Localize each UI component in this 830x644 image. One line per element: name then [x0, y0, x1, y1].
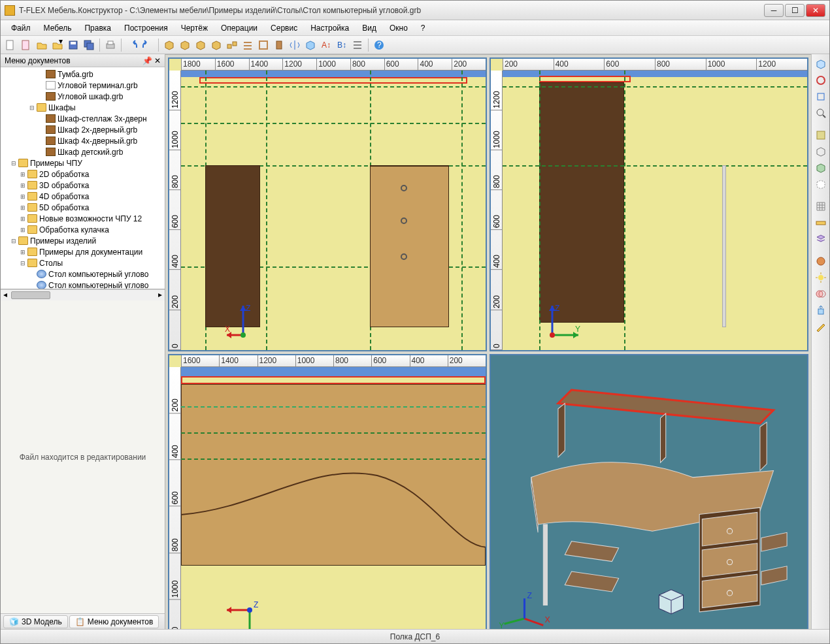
model-icon[interactable] — [303, 38, 318, 52]
grid-icon[interactable] — [814, 199, 828, 214]
mirror-icon[interactable] — [288, 38, 302, 52]
new-variant-icon[interactable] — [19, 38, 33, 52]
menu-service[interactable]: Сервис — [264, 22, 304, 34]
tree-node[interactable]: Стол компьютерный углово — [1, 268, 165, 280]
canvas-front[interactable]: Z X — [181, 71, 486, 350]
tree-node[interactable]: ⊟Примеры ЧПУ — [1, 157, 165, 169]
menu-settings[interactable]: Настройка — [304, 22, 356, 34]
redo-icon[interactable] — [141, 38, 155, 52]
extrude-icon[interactable] — [814, 303, 828, 317]
svg-rect-54 — [818, 93, 824, 100]
menu-help[interactable]: ? — [414, 22, 432, 34]
frame-icon[interactable] — [256, 38, 271, 52]
box4-icon[interactable] — [209, 38, 224, 52]
tab-doc-menu[interactable]: 📋 Меню документов — [69, 615, 159, 628]
right-toolbar — [811, 54, 829, 629]
assembly-icon[interactable] — [225, 38, 239, 52]
tree-node[interactable]: ⊞5D обработка — [1, 202, 165, 213]
tree-node[interactable]: ⊞Новые возможности ЧПУ 12 — [1, 213, 165, 224]
hidden-lines-icon[interactable] — [814, 177, 828, 191]
docs-panel-title: Меню документов — [5, 56, 71, 65]
tree-node[interactable]: ⊟Столы — [1, 257, 165, 268]
selected-shelf[interactable] — [539, 76, 631, 82]
save-all-icon[interactable] — [82, 38, 96, 52]
tree-node[interactable]: Шкаф-стеллаж 3х-дверн — [1, 113, 165, 124]
minimize-button[interactable]: ─ — [764, 4, 784, 17]
list-icon[interactable] — [350, 38, 365, 52]
params-icon[interactable]: B↕ — [335, 38, 349, 52]
menu-file[interactable]: Файл — [5, 22, 37, 34]
tree-node[interactable]: ⊞Обработка кулачка — [1, 224, 165, 235]
tree-node[interactable]: Шкаф 4х-дверный.grb — [1, 135, 165, 146]
menu-edit[interactable]: Правка — [78, 22, 118, 34]
new-doc-icon[interactable] — [3, 38, 18, 52]
zoom-fit-icon[interactable] — [814, 89, 828, 104]
file-icon — [46, 81, 56, 89]
boolean-icon[interactable] — [814, 287, 828, 301]
menu-drawing[interactable]: Чертёж — [174, 22, 214, 34]
menu-window[interactable]: Окно — [383, 22, 414, 34]
panel-pin-icon[interactable]: 📌 ✕ — [142, 56, 161, 65]
help-icon[interactable]: ? — [372, 38, 386, 52]
tree-node[interactable]: Стол компьютерный углово — [1, 280, 165, 289]
wireframe-icon[interactable] — [814, 144, 828, 159]
menu-operations[interactable]: Операции — [214, 22, 264, 34]
canvas-side[interactable]: Z Y — [503, 71, 807, 350]
svg-text:Z: Z — [555, 304, 559, 313]
tree-node[interactable]: ⊟Шкафы — [1, 102, 165, 113]
svg-rect-43 — [543, 524, 547, 605]
tree-node[interactable]: ⊟Примеры изделий — [1, 235, 165, 246]
view-rotate-icon[interactable] — [814, 73, 828, 88]
tree-node[interactable]: Тумба.grb — [1, 69, 165, 80]
menu-furniture[interactable]: Мебель — [37, 22, 78, 34]
svg-point-27 — [241, 332, 246, 338]
tab-3d-model[interactable]: 🧊 3D Модель — [3, 615, 68, 628]
selected-shelf[interactable] — [199, 77, 467, 84]
shaded-icon[interactable] — [814, 161, 828, 175]
open-icon[interactable] — [35, 38, 49, 52]
viewport-top[interactable]: 1600140012001000800600400200 20040060080… — [168, 354, 487, 629]
variables-icon[interactable]: A↕ — [319, 38, 333, 52]
layers-icon[interactable] — [814, 232, 828, 246]
folder-icon — [18, 236, 28, 245]
tree-node[interactable]: ⊞4D обработка — [1, 191, 165, 202]
view-iso-icon[interactable] — [814, 57, 828, 71]
tree-node[interactable]: ⊞Примеры для документации — [1, 246, 165, 257]
viewport-front[interactable]: 18001600140012001000800600400200 1200100… — [168, 57, 487, 351]
box3-icon[interactable] — [193, 38, 208, 52]
menu-constructions[interactable]: Построения — [118, 22, 174, 34]
svg-rect-13 — [244, 48, 252, 50]
box1-icon[interactable] — [162, 38, 176, 52]
open-recent-icon[interactable]: ▾ — [50, 38, 65, 52]
measure-icon[interactable] — [814, 216, 828, 230]
canvas-top[interactable]: Z — [181, 367, 486, 629]
tree-node[interactable]: ⊞2D обработка — [1, 169, 165, 180]
material-icon[interactable] — [814, 254, 828, 268]
box2-icon[interactable] — [178, 38, 192, 52]
zoom-in-icon[interactable] — [814, 106, 828, 120]
save-icon[interactable] — [66, 38, 80, 52]
print-icon[interactable] — [103, 38, 118, 52]
tree-node[interactable]: Шкаф детский.grb — [1, 146, 165, 157]
maximize-button[interactable]: ☐ — [785, 4, 805, 17]
undo-icon[interactable] — [125, 38, 139, 52]
document-tree[interactable]: Тумба.grbУгловой терминал.grbУгловой шка… — [1, 67, 165, 289]
light-icon[interactable] — [814, 270, 828, 285]
tree-horizontal-scrollbar[interactable]: ◂ ▸ — [1, 289, 165, 300]
tree-node[interactable]: Угловой терминал.grb — [1, 80, 165, 91]
panel-icon[interactable] — [272, 38, 286, 52]
tree-node[interactable]: Угловой шкаф.grb — [1, 91, 165, 102]
shelf-icon[interactable] — [241, 38, 255, 52]
close-button[interactable]: ✕ — [806, 4, 825, 17]
handle-icon — [401, 217, 407, 224]
viewport-side[interactable]: 20040060080010001200 1200100080060040020… — [490, 57, 808, 351]
section-icon[interactable] — [814, 128, 828, 142]
sketch-icon[interactable] — [814, 319, 828, 334]
menu-view[interactable]: Вид — [356, 22, 383, 34]
tree-node[interactable]: ⊞3D обработка — [1, 180, 165, 191]
doc-icon — [37, 270, 46, 278]
viewport-3d[interactable]: Y X Z — [490, 354, 808, 629]
tree-node[interactable]: Шкаф 2х-дверный.grb — [1, 124, 165, 135]
scrollbar-thumb[interactable] — [11, 291, 50, 299]
svg-marker-38 — [227, 607, 231, 613]
